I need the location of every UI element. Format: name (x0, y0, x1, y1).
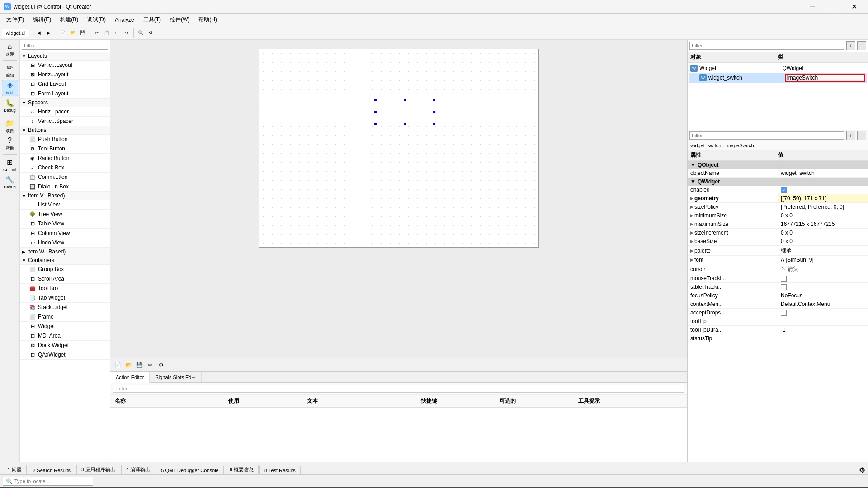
tab-test-results[interactable]: 8 Test Results (259, 466, 301, 474)
obj-row-widget[interactable]: W Widget QWidget (689, 64, 867, 73)
handle-bl[interactable] (374, 123, 377, 125)
widget-tab-widget[interactable]: 📑 Tab Widget (20, 293, 110, 303)
widget-widget[interactable]: ⊞ Widget (20, 322, 110, 331)
file-tab[interactable]: widget.ui (2, 29, 29, 37)
tab-qml-debugger[interactable]: 5 QML Debugger Console (156, 466, 223, 474)
prop-minimumsize[interactable]: ▶ minimumSize 0 x 0 (688, 211, 868, 220)
prop-maximumsize[interactable]: ▶ maximumSize 16777215 x 16777215 (688, 220, 868, 229)
tab-action-editor[interactable]: Action Editor (110, 372, 150, 383)
toolbar-btn-open[interactable]: 📂 (68, 28, 77, 38)
prop-basesize[interactable]: ▶ baseSize 0 x 0 (688, 237, 868, 246)
widget-frame[interactable]: ⬜ Frame (20, 312, 110, 322)
handle-br[interactable] (433, 123, 435, 125)
enabled-checkbox[interactable]: ✓ (781, 187, 787, 193)
canvas-tool-cut[interactable]: ✂ (146, 361, 155, 370)
menu-tools[interactable]: 工具(T) (139, 14, 165, 25)
category-item-w[interactable]: ▶ Item W...Based) (20, 248, 110, 256)
menu-edit[interactable]: 编辑(E) (28, 14, 56, 25)
action-filter-input[interactable] (113, 385, 684, 393)
toolbar-btn-undo[interactable]: ↩ (112, 28, 121, 38)
widget-check-box[interactable]: ☑ Check Box (20, 163, 110, 173)
handle-tl[interactable] (374, 99, 377, 101)
canvas-tool-open[interactable]: 📂 (124, 361, 133, 370)
prop-focuspolicy-val[interactable]: NoFocus (778, 291, 868, 300)
props-add-button[interactable]: + (846, 131, 855, 140)
menu-build[interactable]: 构建(B) (56, 14, 83, 25)
maximize-button[interactable]: □ (823, 0, 844, 14)
handle-ml[interactable] (374, 111, 377, 113)
category-layouts[interactable]: ▼ Layouts (20, 52, 110, 61)
widget-filter-input[interactable] (22, 42, 108, 50)
sidebar-control-btn[interactable]: ⊞ Control (2, 157, 18, 173)
handle-tr[interactable] (433, 99, 435, 101)
prop-objectname-val[interactable]: widget_switch (778, 169, 868, 177)
menu-file[interactable]: 文件(F) (2, 14, 28, 25)
props-remove-button[interactable]: − (857, 131, 866, 140)
category-spacers[interactable]: ▼ Spacers (20, 99, 110, 107)
widget-list-view[interactable]: ≡ List View (20, 200, 110, 210)
design-canvas[interactable] (110, 40, 687, 358)
widget-dialog-box[interactable]: 🔲 Dialo...n Box (20, 182, 110, 192)
widget-form-layout[interactable]: ⊡ Form Layout (20, 89, 110, 99)
widget-scroll-area[interactable]: ⊡ Scroll Area (20, 274, 110, 284)
close-button[interactable]: ✕ (844, 0, 864, 14)
widget-group-box[interactable]: ⬜ Group Box (20, 265, 110, 274)
widget-tool-box[interactable]: 🧰 Tool Box (20, 284, 110, 293)
sidebar-debug2-btn[interactable]: 🔧 Debug (2, 174, 18, 190)
widget-stacked-widget[interactable]: 📚 Stack...idget (20, 303, 110, 312)
toolbar-btn-copy[interactable]: 📋 (102, 28, 111, 38)
toolbar-btn-redo[interactable]: ↪ (122, 28, 131, 38)
prop-mousetracking-val[interactable] (778, 274, 868, 282)
props-filter-input[interactable] (689, 131, 844, 140)
widget-mdi-area[interactable]: ⊟ MDI Area (20, 331, 110, 341)
handle-mr[interactable] (433, 111, 435, 113)
prop-palette[interactable]: ▶ palette 继承 (688, 246, 868, 256)
toolbar-btn-settings[interactable]: ⚙ (146, 28, 155, 38)
prop-tablettracking-val[interactable] (778, 283, 868, 291)
bottom-settings-btn[interactable]: ⚙ (859, 466, 865, 474)
prop-enabled-val[interactable]: ✓ (778, 186, 868, 194)
sidebar-debug-btn[interactable]: 🐛 Debug (2, 97, 18, 113)
tab-search-results[interactable]: 2 Search Results (28, 466, 75, 474)
widget-switch-class[interactable]: ImageSwitch (785, 74, 866, 82)
tab-problems[interactable]: 1 问题 (3, 465, 27, 474)
tab-compile-output[interactable]: 4 编译输出 (121, 465, 155, 474)
menu-controls[interactable]: 控件(W) (165, 14, 194, 25)
toolbar-btn-save[interactable]: 💾 (78, 28, 87, 38)
sidebar-help-btn[interactable]: ? 帮助 (2, 136, 18, 152)
widget-qaxwidget[interactable]: ⊡ QAxWidget (20, 350, 110, 360)
widget-horiz-layout[interactable]: ⊠ Horiz...ayout (20, 70, 110, 80)
widget-table-view[interactable]: ⊞ Table View (20, 219, 110, 229)
handle-bc[interactable] (404, 123, 406, 125)
prop-contextmenu-val[interactable]: DefaultContextMenu (778, 300, 868, 308)
toolbar-btn-search[interactable]: 🔍 (136, 28, 145, 38)
canvas-tool-new[interactable]: 📄 (113, 361, 122, 370)
obj-remove-button[interactable]: − (857, 41, 866, 50)
widget-command-button[interactable]: 📋 Comm...tton (20, 173, 110, 182)
sidebar-welcome-btn[interactable]: ⌂ 欢迎 (2, 42, 18, 58)
widget-column-view[interactable]: ⊟ Column View (20, 229, 110, 238)
acceptdrops-checkbox[interactable] (781, 310, 787, 316)
obj-row-widget-switch[interactable]: W widget_switch ImageSwitch (689, 73, 867, 83)
widget-vertical-layout[interactable]: ⊟ Vertic...Layout (20, 61, 110, 70)
category-containers[interactable]: ▼ Containers (20, 256, 110, 265)
prop-font[interactable]: ▶ font A [SimSun, 9] (688, 256, 868, 264)
widget-tool-button[interactable]: ⚙ Tool Button (20, 144, 110, 154)
category-buttons[interactable]: ▼ Buttons (20, 126, 110, 135)
menu-help[interactable]: 帮助(H) (194, 14, 222, 25)
widget-dock-widget[interactable]: ⊠ Dock Widget (20, 341, 110, 350)
sidebar-design-btn[interactable]: ◈ 设计 (2, 80, 18, 96)
sidebar-edit-btn[interactable]: ✏ 编辑 (2, 63, 18, 79)
tablettracking-checkbox[interactable] (781, 284, 787, 290)
widget-undo-view[interactable]: ↩ Undo View (20, 238, 110, 248)
prop-tooltipduration-val[interactable]: -1 (778, 326, 868, 334)
category-item-views[interactable]: ▼ Item V...Based) (20, 192, 110, 200)
locate-input[interactable] (14, 479, 90, 484)
toolbar-btn-1[interactable]: ◀ (34, 28, 43, 38)
mousetracking-checkbox[interactable] (781, 276, 787, 282)
prop-sizeincrement[interactable]: ▶ sizeIncrement 0 x 0 (688, 229, 868, 237)
minimize-button[interactable]: ─ (802, 0, 823, 14)
canvas-tool-settings[interactable]: ⚙ (156, 361, 165, 370)
canvas-tool-save[interactable]: 💾 (135, 361, 144, 370)
sidebar-project-btn[interactable]: 📁 项目 (2, 118, 18, 135)
